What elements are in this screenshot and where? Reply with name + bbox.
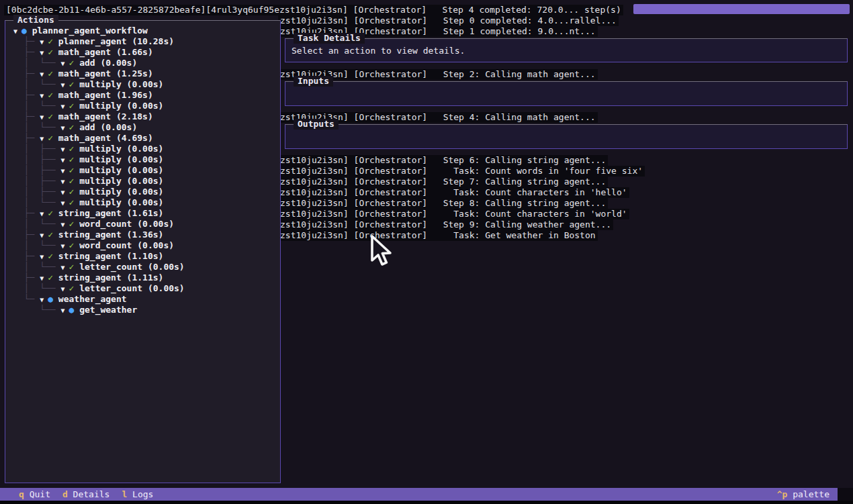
expand-arrow-icon[interactable]: ▼ <box>40 232 48 239</box>
tree-item[interactable]: │ └── ▼ ✓ multiply (0.00s) <box>13 101 280 111</box>
expand-arrow-icon[interactable]: ▼ <box>13 28 21 35</box>
tree-guide-lines: ├─ <box>13 208 40 218</box>
tree-item[interactable]: ├─ ▼ ✓ planner_agent (10.28s) <box>13 36 280 47</box>
tree-item[interactable]: ├─ ▼ ✓ math_agent (1.96s) <box>13 90 280 101</box>
status-done-icon: ✓ <box>69 101 80 111</box>
expand-arrow-icon[interactable]: ▼ <box>60 264 69 271</box>
tree-item[interactable]: │ └── ▼ ✓ multiply (0.00s) <box>13 197 280 208</box>
expand-arrow-icon[interactable]: ▼ <box>60 221 69 228</box>
expand-arrow-icon[interactable]: ▼ <box>60 285 69 293</box>
tree-guide-lines: ├─ <box>13 133 40 143</box>
status-done-icon: ✓ <box>48 90 58 100</box>
expand-arrow-icon[interactable]: ▼ <box>40 253 48 260</box>
bottom-strip <box>0 501 853 504</box>
log-line: zst10ju2i3sn] [Orchestrator] Step 9: Cal… <box>278 219 613 230</box>
scrollbar-thumb[interactable] <box>633 4 850 14</box>
tree-guide-lines: ├─ <box>13 36 40 46</box>
inputs-panel-title: Inputs <box>294 76 333 87</box>
log-line: zst10ju2i3sn] [Orchestrator] Task: Count… <box>278 209 629 219</box>
tree-item[interactable]: ├─ ▼ ✓ string_agent (1.36s) <box>13 230 280 240</box>
tree-item[interactable]: ▼ ● planner_agent_workflow <box>13 26 280 36</box>
tree-guide-lines: │ └── <box>13 101 60 111</box>
status-done-icon: ✓ <box>48 36 58 46</box>
expand-arrow-icon[interactable]: ▼ <box>40 113 48 121</box>
footer-keys: q Quitd Detailsl Logs <box>0 488 153 501</box>
tree-item-label: multiply (0.00s) <box>79 176 163 186</box>
status-done-icon: ✓ <box>48 133 58 143</box>
expand-arrow-icon[interactable]: ▼ <box>40 49 48 56</box>
status-done-icon: ✓ <box>69 154 80 164</box>
expand-arrow-icon[interactable]: ▼ <box>40 296 48 303</box>
log-line: zst10ju2i3sn] [Orchestrator] Step 0 comp… <box>278 15 619 26</box>
status-done-icon: ✓ <box>48 68 58 79</box>
footer-key-quit[interactable]: q Quit <box>19 488 50 501</box>
tree-item[interactable]: │ └── ▼ ✓ multiply (0.00s) <box>13 79 280 90</box>
footer-palette[interactable]: ^p palette <box>777 488 838 501</box>
outputs-panel-title: Outputs <box>294 119 339 130</box>
tree-item[interactable]: │ └── ▼ ✓ add (0.00s) <box>13 58 280 68</box>
status-done-icon: ✓ <box>69 58 80 68</box>
status-done-icon: ✓ <box>48 208 58 218</box>
tree-item[interactable]: │ └── ▼ ✓ add (0.00s) <box>13 122 280 133</box>
tree-item[interactable]: │ ├── ▼ ✓ multiply (0.00s) <box>13 176 280 187</box>
expand-arrow-icon[interactable]: ▼ <box>40 38 48 46</box>
expand-arrow-icon[interactable]: ▼ <box>60 156 69 164</box>
tree-item-label: string_agent (1.10s) <box>58 251 164 261</box>
tree-item-label: math_agent (1.25s) <box>58 68 153 79</box>
expand-arrow-icon[interactable]: ▼ <box>60 242 69 250</box>
tree-item-label: string_agent (1.36s) <box>58 230 164 240</box>
tree-item-label: add (0.00s) <box>79 122 137 132</box>
tree-guide-lines: │ ├── <box>13 144 60 154</box>
tree-item[interactable]: ├─ ▼ ✓ math_agent (4.69s) <box>13 133 280 144</box>
expand-arrow-icon[interactable]: ▼ <box>60 189 69 196</box>
tree-item[interactable]: │ └── ▼ ✓ word_count (0.00s) <box>13 240 280 251</box>
footer-key-logs[interactable]: l Logs <box>122 488 153 501</box>
tree-item[interactable]: │ ├── ▼ ✓ multiply (0.00s) <box>13 144 280 154</box>
expand-arrow-icon[interactable]: ▼ <box>60 146 69 153</box>
task-details-message: Select an action to view details. <box>285 39 847 56</box>
footer-key-details[interactable]: d Details <box>62 488 109 501</box>
expand-arrow-icon[interactable]: ▼ <box>60 103 69 110</box>
app-screen: [0bc2dcbe-2b11-4e6b-a557-2825872beafe][4… <box>0 0 853 504</box>
expand-arrow-icon[interactable]: ▼ <box>40 135 48 142</box>
expand-arrow-icon[interactable]: ▼ <box>40 210 48 217</box>
status-done-icon: ✓ <box>69 262 80 272</box>
tree-item[interactable]: │ ├── ▼ ✓ multiply (0.00s) <box>13 187 280 197</box>
tree-item-label: math_agent (4.69s) <box>58 133 153 143</box>
status-running-icon: ● <box>69 305 80 315</box>
expand-arrow-icon[interactable]: ▼ <box>60 167 69 174</box>
tree-item[interactable]: │ └── ▼ ✓ word_count (0.00s) <box>13 219 280 230</box>
tree-guide-lines: ├─ <box>13 68 40 79</box>
status-running-icon: ● <box>48 294 58 304</box>
tree-item[interactable]: │ ├── ▼ ✓ multiply (0.00s) <box>13 154 280 165</box>
tree-guide-lines: │ ├── <box>13 176 60 186</box>
expand-arrow-icon[interactable]: ▼ <box>60 124 69 132</box>
expand-arrow-icon[interactable]: ▼ <box>60 178 69 185</box>
log-line: zst10ju2i3sn] [Orchestrator] Step 6: Cal… <box>278 155 608 166</box>
tree-guide-lines: │ ├── <box>13 187 60 197</box>
tree-item[interactable]: ├─ ▼ ✓ math_agent (2.18s) <box>13 111 280 122</box>
expand-arrow-icon[interactable]: ▼ <box>60 81 69 89</box>
tree-item[interactable]: ├─ ▼ ✓ string_agent (1.10s) <box>13 251 280 262</box>
tree-item-label: add (0.00s) <box>79 58 137 68</box>
status-running-icon: ● <box>21 26 32 36</box>
tree-item[interactable]: └─ ▼ ● weather_agent <box>13 294 280 305</box>
expand-arrow-icon[interactable]: ▼ <box>60 199 69 207</box>
tree-item-label: weather_agent <box>58 294 127 304</box>
tree-item[interactable]: ├─ ▼ ✓ math_agent (1.25s) <box>13 68 280 79</box>
expand-arrow-icon[interactable]: ▼ <box>40 70 48 78</box>
tree-item-label: planner_agent_workflow <box>32 26 148 36</box>
tree-item[interactable]: └── ▼ ● get_weather <box>13 305 280 315</box>
expand-arrow-icon[interactable]: ▼ <box>40 274 48 282</box>
tree-item[interactable]: │ ├── ▼ ✓ multiply (0.00s) <box>13 165 280 176</box>
expand-arrow-icon[interactable]: ▼ <box>60 60 69 67</box>
tree-item[interactable]: ├─ ▼ ✓ string_agent (1.61s) <box>13 208 280 219</box>
tree-item[interactable]: │ └── ▼ ✓ letter_count (0.00s) <box>13 283 280 294</box>
status-done-icon: ✓ <box>69 197 80 207</box>
tree-item[interactable]: ├─ ▼ ✓ string_agent (1.11s) <box>13 272 280 283</box>
tree-item[interactable]: ├─ ▼ ✓ math_agent (1.66s) <box>13 47 280 58</box>
expand-arrow-icon[interactable]: ▼ <box>40 92 48 99</box>
expand-arrow-icon[interactable]: ▼ <box>60 307 69 314</box>
footer-bar: q Quitd Detailsl Logs ^p palette <box>0 488 838 501</box>
tree-item[interactable]: │ └── ▼ ✓ letter_count (0.00s) <box>13 262 280 272</box>
